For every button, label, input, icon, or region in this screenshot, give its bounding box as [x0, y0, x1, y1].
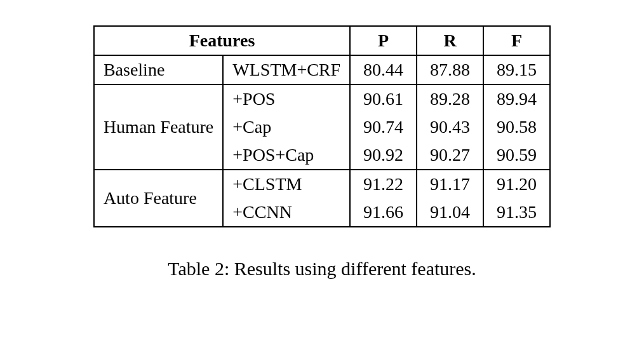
table-row: Human Feature +POS 90.61 89.28 89.94 [94, 85, 550, 113]
p-cell: 90.74 [350, 113, 417, 141]
f-cell: 90.59 [483, 141, 550, 170]
p-cell: 90.92 [350, 141, 417, 170]
f-cell: 90.58 [483, 113, 550, 141]
r-cell: 90.43 [417, 113, 483, 141]
method-cell: WLSTM+CRF [223, 55, 350, 85]
r-cell: 87.88 [417, 55, 483, 85]
header-features: Features [94, 26, 350, 55]
f-cell: 91.35 [483, 198, 550, 227]
method-cell: +CCNN [223, 198, 350, 227]
f-cell: 89.15 [483, 55, 550, 85]
results-table: Features P R F Baseline WLSTM+CRF 80.44 … [93, 25, 551, 227]
table-row: Baseline WLSTM+CRF 80.44 87.88 89.15 [94, 55, 550, 85]
r-cell: 90.27 [417, 141, 483, 170]
r-cell: 91.17 [417, 170, 483, 198]
header-r: R [417, 26, 483, 55]
method-cell: +POS [223, 85, 350, 113]
table-header-row: Features P R F [94, 26, 550, 55]
method-cell: +POS+Cap [223, 141, 350, 170]
p-cell: 91.22 [350, 170, 417, 198]
p-cell: 91.66 [350, 198, 417, 227]
header-p: P [350, 26, 417, 55]
header-f: F [483, 26, 550, 55]
p-cell: 90.61 [350, 85, 417, 113]
r-cell: 91.04 [417, 198, 483, 227]
r-cell: 89.28 [417, 85, 483, 113]
f-cell: 91.20 [483, 170, 550, 198]
group-label: Human Feature [94, 85, 223, 170]
p-cell: 80.44 [350, 55, 417, 85]
table-row: Auto Feature +CLSTM 91.22 91.17 91.20 [94, 170, 550, 198]
f-cell: 89.94 [483, 85, 550, 113]
table-caption: Table 2: Results using different feature… [168, 258, 476, 280]
method-cell: +Cap [223, 113, 350, 141]
group-label: Auto Feature [94, 170, 223, 227]
group-label: Baseline [94, 55, 223, 85]
method-cell: +CLSTM [223, 170, 350, 198]
